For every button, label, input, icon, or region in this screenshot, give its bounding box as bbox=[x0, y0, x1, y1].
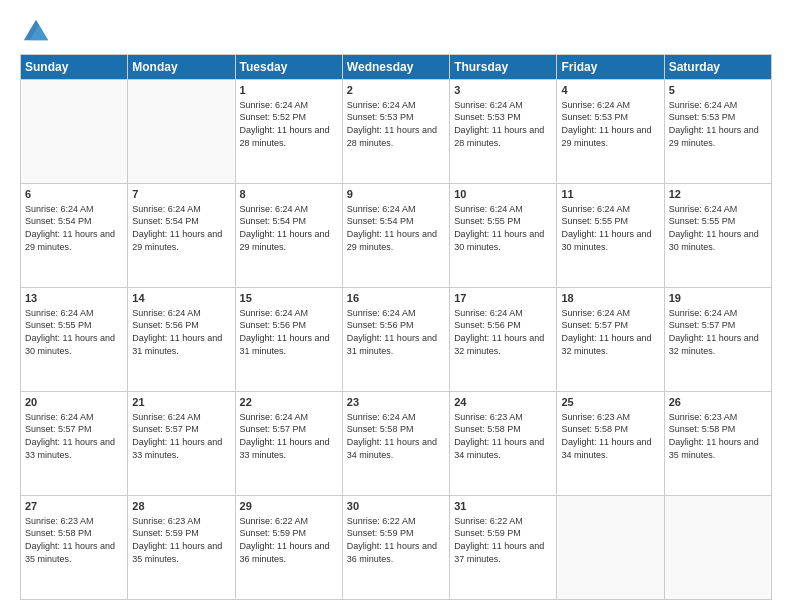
day-info: Sunrise: 6:24 AM Sunset: 5:53 PM Dayligh… bbox=[669, 99, 767, 149]
calendar-cell: 1Sunrise: 6:24 AM Sunset: 5:52 PM Daylig… bbox=[235, 80, 342, 184]
calendar-cell: 27Sunrise: 6:23 AM Sunset: 5:58 PM Dayli… bbox=[21, 496, 128, 600]
calendar-cell bbox=[128, 80, 235, 184]
logo-icon bbox=[22, 16, 50, 44]
day-number: 8 bbox=[240, 187, 338, 202]
day-info: Sunrise: 6:23 AM Sunset: 5:58 PM Dayligh… bbox=[25, 515, 123, 565]
logo bbox=[20, 16, 50, 44]
day-number: 9 bbox=[347, 187, 445, 202]
day-info: Sunrise: 6:24 AM Sunset: 5:57 PM Dayligh… bbox=[132, 411, 230, 461]
day-number: 15 bbox=[240, 291, 338, 306]
calendar-header-monday: Monday bbox=[128, 55, 235, 80]
calendar-week-row: 27Sunrise: 6:23 AM Sunset: 5:58 PM Dayli… bbox=[21, 496, 772, 600]
calendar-cell: 10Sunrise: 6:24 AM Sunset: 5:55 PM Dayli… bbox=[450, 184, 557, 288]
calendar-cell: 9Sunrise: 6:24 AM Sunset: 5:54 PM Daylig… bbox=[342, 184, 449, 288]
day-number: 23 bbox=[347, 395, 445, 410]
calendar-cell: 3Sunrise: 6:24 AM Sunset: 5:53 PM Daylig… bbox=[450, 80, 557, 184]
calendar-cell: 26Sunrise: 6:23 AM Sunset: 5:58 PM Dayli… bbox=[664, 392, 771, 496]
day-number: 19 bbox=[669, 291, 767, 306]
calendar-cell: 14Sunrise: 6:24 AM Sunset: 5:56 PM Dayli… bbox=[128, 288, 235, 392]
day-info: Sunrise: 6:24 AM Sunset: 5:55 PM Dayligh… bbox=[561, 203, 659, 253]
calendar-cell: 6Sunrise: 6:24 AM Sunset: 5:54 PM Daylig… bbox=[21, 184, 128, 288]
calendar-cell: 21Sunrise: 6:24 AM Sunset: 5:57 PM Dayli… bbox=[128, 392, 235, 496]
calendar-cell: 5Sunrise: 6:24 AM Sunset: 5:53 PM Daylig… bbox=[664, 80, 771, 184]
calendar-cell bbox=[664, 496, 771, 600]
calendar-week-row: 6Sunrise: 6:24 AM Sunset: 5:54 PM Daylig… bbox=[21, 184, 772, 288]
calendar-cell: 11Sunrise: 6:24 AM Sunset: 5:55 PM Dayli… bbox=[557, 184, 664, 288]
day-number: 18 bbox=[561, 291, 659, 306]
day-info: Sunrise: 6:22 AM Sunset: 5:59 PM Dayligh… bbox=[454, 515, 552, 565]
calendar-header-row: SundayMondayTuesdayWednesdayThursdayFrid… bbox=[21, 55, 772, 80]
calendar-cell: 4Sunrise: 6:24 AM Sunset: 5:53 PM Daylig… bbox=[557, 80, 664, 184]
calendar-cell: 12Sunrise: 6:24 AM Sunset: 5:55 PM Dayli… bbox=[664, 184, 771, 288]
day-number: 26 bbox=[669, 395, 767, 410]
day-number: 5 bbox=[669, 83, 767, 98]
calendar-cell: 24Sunrise: 6:23 AM Sunset: 5:58 PM Dayli… bbox=[450, 392, 557, 496]
calendar-week-row: 20Sunrise: 6:24 AM Sunset: 5:57 PM Dayli… bbox=[21, 392, 772, 496]
header bbox=[20, 16, 772, 44]
calendar-header-thursday: Thursday bbox=[450, 55, 557, 80]
day-number: 1 bbox=[240, 83, 338, 98]
day-number: 31 bbox=[454, 499, 552, 514]
day-info: Sunrise: 6:24 AM Sunset: 5:55 PM Dayligh… bbox=[25, 307, 123, 357]
calendar-cell: 22Sunrise: 6:24 AM Sunset: 5:57 PM Dayli… bbox=[235, 392, 342, 496]
day-number: 4 bbox=[561, 83, 659, 98]
day-number: 25 bbox=[561, 395, 659, 410]
calendar-cell: 19Sunrise: 6:24 AM Sunset: 5:57 PM Dayli… bbox=[664, 288, 771, 392]
day-info: Sunrise: 6:24 AM Sunset: 5:53 PM Dayligh… bbox=[454, 99, 552, 149]
day-number: 22 bbox=[240, 395, 338, 410]
calendar-cell: 28Sunrise: 6:23 AM Sunset: 5:59 PM Dayli… bbox=[128, 496, 235, 600]
day-number: 27 bbox=[25, 499, 123, 514]
calendar-cell: 15Sunrise: 6:24 AM Sunset: 5:56 PM Dayli… bbox=[235, 288, 342, 392]
day-info: Sunrise: 6:23 AM Sunset: 5:59 PM Dayligh… bbox=[132, 515, 230, 565]
day-number: 29 bbox=[240, 499, 338, 514]
day-number: 7 bbox=[132, 187, 230, 202]
calendar-cell: 18Sunrise: 6:24 AM Sunset: 5:57 PM Dayli… bbox=[557, 288, 664, 392]
day-info: Sunrise: 6:24 AM Sunset: 5:54 PM Dayligh… bbox=[132, 203, 230, 253]
day-info: Sunrise: 6:24 AM Sunset: 5:54 PM Dayligh… bbox=[25, 203, 123, 253]
calendar-cell: 8Sunrise: 6:24 AM Sunset: 5:54 PM Daylig… bbox=[235, 184, 342, 288]
day-number: 6 bbox=[25, 187, 123, 202]
calendar-cell: 13Sunrise: 6:24 AM Sunset: 5:55 PM Dayli… bbox=[21, 288, 128, 392]
calendar-cell: 7Sunrise: 6:24 AM Sunset: 5:54 PM Daylig… bbox=[128, 184, 235, 288]
day-info: Sunrise: 6:24 AM Sunset: 5:53 PM Dayligh… bbox=[347, 99, 445, 149]
day-info: Sunrise: 6:24 AM Sunset: 5:58 PM Dayligh… bbox=[347, 411, 445, 461]
day-info: Sunrise: 6:24 AM Sunset: 5:54 PM Dayligh… bbox=[240, 203, 338, 253]
day-info: Sunrise: 6:24 AM Sunset: 5:57 PM Dayligh… bbox=[669, 307, 767, 357]
day-number: 24 bbox=[454, 395, 552, 410]
calendar-header-sunday: Sunday bbox=[21, 55, 128, 80]
day-info: Sunrise: 6:24 AM Sunset: 5:56 PM Dayligh… bbox=[454, 307, 552, 357]
day-number: 13 bbox=[25, 291, 123, 306]
calendar-cell bbox=[557, 496, 664, 600]
day-number: 16 bbox=[347, 291, 445, 306]
day-info: Sunrise: 6:23 AM Sunset: 5:58 PM Dayligh… bbox=[561, 411, 659, 461]
day-number: 11 bbox=[561, 187, 659, 202]
day-number: 21 bbox=[132, 395, 230, 410]
day-info: Sunrise: 6:24 AM Sunset: 5:53 PM Dayligh… bbox=[561, 99, 659, 149]
day-number: 14 bbox=[132, 291, 230, 306]
day-info: Sunrise: 6:24 AM Sunset: 5:52 PM Dayligh… bbox=[240, 99, 338, 149]
calendar-week-row: 1Sunrise: 6:24 AM Sunset: 5:52 PM Daylig… bbox=[21, 80, 772, 184]
day-info: Sunrise: 6:22 AM Sunset: 5:59 PM Dayligh… bbox=[347, 515, 445, 565]
calendar-cell: 20Sunrise: 6:24 AM Sunset: 5:57 PM Dayli… bbox=[21, 392, 128, 496]
day-info: Sunrise: 6:24 AM Sunset: 5:55 PM Dayligh… bbox=[454, 203, 552, 253]
day-info: Sunrise: 6:24 AM Sunset: 5:57 PM Dayligh… bbox=[240, 411, 338, 461]
day-info: Sunrise: 6:24 AM Sunset: 5:57 PM Dayligh… bbox=[25, 411, 123, 461]
day-number: 20 bbox=[25, 395, 123, 410]
day-number: 12 bbox=[669, 187, 767, 202]
day-info: Sunrise: 6:24 AM Sunset: 5:57 PM Dayligh… bbox=[561, 307, 659, 357]
calendar-table: SundayMondayTuesdayWednesdayThursdayFrid… bbox=[20, 54, 772, 600]
page: SundayMondayTuesdayWednesdayThursdayFrid… bbox=[0, 0, 792, 612]
calendar-header-wednesday: Wednesday bbox=[342, 55, 449, 80]
calendar-cell bbox=[21, 80, 128, 184]
calendar-header-saturday: Saturday bbox=[664, 55, 771, 80]
day-number: 2 bbox=[347, 83, 445, 98]
calendar-cell: 23Sunrise: 6:24 AM Sunset: 5:58 PM Dayli… bbox=[342, 392, 449, 496]
day-info: Sunrise: 6:24 AM Sunset: 5:56 PM Dayligh… bbox=[132, 307, 230, 357]
day-number: 17 bbox=[454, 291, 552, 306]
day-info: Sunrise: 6:22 AM Sunset: 5:59 PM Dayligh… bbox=[240, 515, 338, 565]
calendar-week-row: 13Sunrise: 6:24 AM Sunset: 5:55 PM Dayli… bbox=[21, 288, 772, 392]
calendar-cell: 25Sunrise: 6:23 AM Sunset: 5:58 PM Dayli… bbox=[557, 392, 664, 496]
calendar-header-tuesday: Tuesday bbox=[235, 55, 342, 80]
calendar-cell: 29Sunrise: 6:22 AM Sunset: 5:59 PM Dayli… bbox=[235, 496, 342, 600]
calendar-cell: 16Sunrise: 6:24 AM Sunset: 5:56 PM Dayli… bbox=[342, 288, 449, 392]
